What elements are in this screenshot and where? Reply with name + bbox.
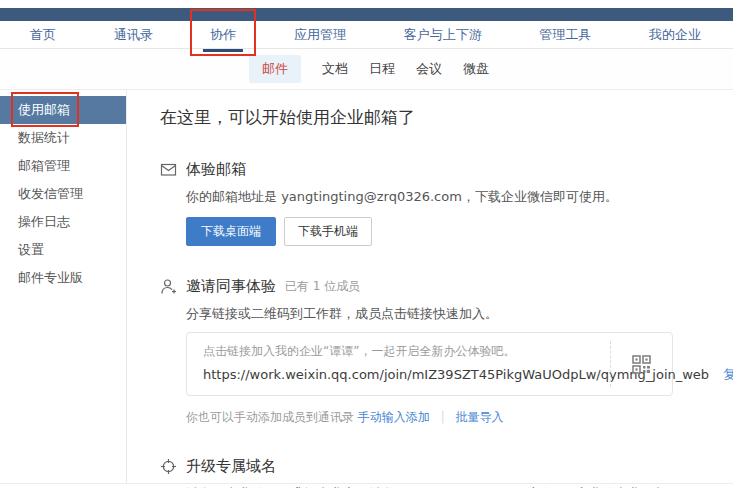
note-separator: | bbox=[441, 410, 445, 424]
sidebar-item-operation-log[interactable]: 操作日志 bbox=[0, 208, 126, 236]
sidebar-item-use-mailbox-label: 使用邮箱 bbox=[18, 102, 70, 117]
batch-import-link[interactable]: 批量导入 bbox=[456, 410, 504, 424]
sidebar-item-use-mailbox[interactable]: 使用邮箱 bbox=[0, 96, 126, 124]
sidebar-item-statistics[interactable]: 数据统计 bbox=[0, 124, 126, 152]
download-mobile-button[interactable]: 下载手机端 bbox=[284, 217, 372, 246]
mailbox-description: 你的邮箱地址是 yangtingting@zrq0326.com，下载企业微信即… bbox=[186, 188, 733, 206]
qr-code-icon[interactable] bbox=[632, 355, 651, 374]
main-content: 在这里，可以开始使用企业邮箱了 体验邮箱 你的邮箱地址是 yangtingtin… bbox=[127, 90, 733, 483]
sidebar-item-send-receive[interactable]: 收发信管理 bbox=[0, 180, 126, 208]
nav-item-customers[interactable]: 客户与上下游 bbox=[404, 26, 482, 44]
manual-add-link[interactable]: 手动输入添加 bbox=[358, 410, 430, 424]
page-title: 在这里，可以开始使用企业邮箱了 bbox=[160, 106, 733, 129]
person-add-icon bbox=[160, 278, 177, 295]
sidebar-item-mail-pro[interactable]: 邮件专业版 bbox=[0, 264, 126, 292]
section-invite: 邀请同事体验 已有 1 位成员 分享链接或二维码到工作群，成员点击链接快速加入。… bbox=[160, 277, 733, 426]
sidebar-item-mailbox-management[interactable]: 邮箱管理 bbox=[0, 152, 126, 180]
sidebar-item-settings[interactable]: 设置 bbox=[0, 236, 126, 264]
section-title-try-mailbox: 体验邮箱 bbox=[186, 160, 246, 179]
section-try-mailbox: 体验邮箱 你的邮箱地址是 yangtingting@zrq0326.com，下载… bbox=[160, 160, 733, 246]
download-desktop-button[interactable]: 下载桌面端 bbox=[186, 217, 276, 246]
tab-calendar[interactable]: 日程 bbox=[369, 60, 395, 78]
invite-link-box: 点击链接加入我的企业“谭谭”，一起开启全新办公体验吧。 https://work… bbox=[186, 332, 673, 396]
invite-share-text: 点击链接加入我的企业“谭谭”，一起开启全新办公体验吧。 bbox=[203, 343, 610, 360]
section-title-invite: 邀请同事体验 bbox=[186, 277, 276, 296]
mailbox-desc-prefix: 你的邮箱地址是 bbox=[186, 189, 281, 204]
tab-meeting[interactable]: 会议 bbox=[416, 60, 442, 78]
nav-item-admin-tools[interactable]: 管理工具 bbox=[539, 26, 591, 44]
tab-drive[interactable]: 微盘 bbox=[463, 60, 489, 78]
active-nav-underline bbox=[203, 49, 243, 52]
mailbox-email-address: yangtingting@zrq0326.com bbox=[281, 189, 462, 204]
nav-item-collaboration[interactable]: 协作 bbox=[210, 26, 236, 44]
nav-item-my-company[interactable]: 我的企业 bbox=[649, 26, 701, 44]
content-layout: 使用邮箱 数据统计 邮箱管理 收发信管理 操作日志 设置 邮件专业版 在这里，可… bbox=[0, 90, 733, 484]
nav-item-home[interactable]: 首页 bbox=[30, 26, 56, 44]
sidebar: 使用邮箱 数据统计 邮箱管理 收发信管理 操作日志 设置 邮件专业版 bbox=[0, 90, 127, 483]
member-count-text: 已有 1 位成员 bbox=[285, 278, 360, 295]
nav-item-contacts[interactable]: 通讯录 bbox=[114, 26, 153, 44]
nav-item-collaboration-label: 协作 bbox=[210, 27, 236, 42]
envelope-icon bbox=[160, 161, 177, 178]
qr-code-panel[interactable] bbox=[610, 333, 672, 395]
tab-mail[interactable]: 邮件 bbox=[249, 55, 301, 83]
primary-nav: 首页 通讯录 协作 应用管理 客户与上下游 管理工具 我的企业 bbox=[0, 21, 733, 49]
top-header-strip bbox=[0, 8, 733, 21]
secondary-tabs: 邮件 文档 日程 会议 微盘 bbox=[0, 49, 733, 90]
invite-description: 分享链接或二维码到工作群，成员点击链接快速加入。 bbox=[186, 305, 733, 323]
section-title-domain: 升级专属域名 bbox=[186, 457, 276, 476]
nav-item-apps[interactable]: 应用管理 bbox=[294, 26, 346, 44]
mailbox-desc-suffix: ，下载企业微信即可使用。 bbox=[462, 189, 618, 204]
tab-docs[interactable]: 文档 bbox=[322, 60, 348, 78]
manual-note-text: 你也可以手动添加成员到通讯录 bbox=[186, 410, 358, 424]
copy-link[interactable]: 复制 bbox=[723, 367, 733, 382]
domain-icon bbox=[160, 458, 177, 475]
manual-add-note: 你也可以手动添加成员到通讯录 手动输入添加 | 批量导入 bbox=[186, 409, 733, 426]
section-domain: 升级专属域名 域名是企业的ID，升级企业专属域名，如 tangyun.com，对… bbox=[160, 457, 733, 488]
